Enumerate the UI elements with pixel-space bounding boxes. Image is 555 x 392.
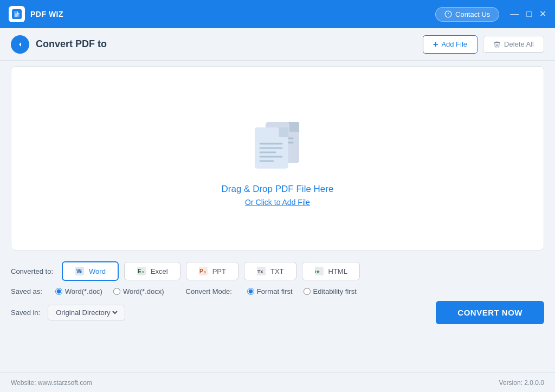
plus-icon: + [433, 40, 438, 49]
drop-zone[interactable]: Drag & Drop PDF File Here Or Click to Ad… [11, 66, 544, 250]
options-section: Converted to: Wx Word Ex Excel Pp PPT Tx… [0, 256, 555, 327]
saved-as-doc-label: Word(*.doc) [65, 287, 102, 295]
restore-button[interactable]: □ [526, 10, 532, 18]
format-html-label: HTML [328, 267, 347, 275]
footer-website: Website: www.starzsoft.com [11, 379, 92, 387]
svg-text:x: x [80, 270, 82, 274]
format-word-label: Word [89, 267, 106, 275]
convert-mode-format-option[interactable]: Format first [247, 287, 293, 295]
drag-drop-text: Drag & Drop PDF File Here [222, 184, 334, 195]
convert-now-button[interactable]: CONVERT NOW [436, 301, 544, 324]
delete-all-button[interactable]: Delete All [483, 36, 544, 53]
directory-select[interactable]: Original Directory Custom Directory [48, 305, 125, 320]
app-name: PDF WIZ [30, 10, 435, 18]
convert-mode-editability-option[interactable]: Editability first [304, 287, 357, 295]
contact-us-button[interactable]: Contact Us [435, 7, 499, 22]
saved-in-label: Saved in: [11, 309, 40, 317]
delete-all-label: Delete All [504, 40, 534, 48]
saved-as-row: Saved as: Word(*.doc) Word(*.docx) Conve… [11, 287, 544, 295]
add-file-label: Add File [441, 40, 467, 48]
close-button[interactable]: ✕ [539, 10, 546, 18]
format-word-button[interactable]: Wx Word [62, 261, 119, 281]
convert-mode-editability-label: Editability first [313, 287, 357, 295]
svg-text:Ht: Ht [315, 269, 320, 274]
svg-rect-2 [289, 122, 299, 132]
add-file-button[interactable]: + Add File [423, 35, 477, 54]
toolbar: Convert PDF to + Add File Delete All [0, 28, 555, 61]
saved-as-docx-radio[interactable] [113, 288, 120, 295]
converted-to-row: Converted to: Wx Word Ex Excel Pp PPT Tx… [11, 261, 544, 281]
convert-mode-editability-radio[interactable] [304, 288, 311, 295]
format-ppt-label: PPT [212, 267, 226, 275]
app-logo [9, 6, 25, 22]
footer: Website: www.starzsoft.com Version: 2.0.… [0, 372, 555, 392]
svg-text:x: x [142, 270, 144, 274]
converted-to-label: Converted to: [11, 267, 53, 275]
convert-mode-label: Convert Mode: [186, 287, 232, 295]
saved-as-doc-option[interactable]: Word(*.doc) [55, 287, 102, 295]
svg-rect-7 [279, 127, 288, 137]
convert-mode-format-label: Format first [257, 287, 293, 295]
directory-dropdown[interactable]: Original Directory Custom Directory [54, 308, 119, 317]
format-txt-label: TXT [270, 267, 284, 275]
format-ppt-button[interactable]: Pp PPT [186, 262, 238, 280]
svg-text:p: p [204, 270, 206, 274]
drop-zone-wrapper: Drag & Drop PDF File Here Or Click to Ad… [0, 61, 555, 256]
click-add-text[interactable]: Or Click to Add File [245, 198, 310, 207]
page-title: Convert PDF to [36, 38, 423, 50]
format-html-button[interactable]: Ht HTML [302, 262, 360, 280]
back-button[interactable] [11, 35, 29, 54]
contact-us-label: Contact Us [455, 10, 490, 18]
bottom-row: Saved in: Original Directory Custom Dire… [11, 301, 544, 324]
saved-as-docx-option[interactable]: Word(*.docx) [113, 287, 164, 295]
format-excel-label: Excel [151, 267, 168, 275]
saved-as-doc-radio[interactable] [55, 288, 62, 295]
drop-zone-icon [245, 110, 310, 172]
footer-version: Version: 2.0.0.0 [499, 379, 544, 387]
svg-text:P: P [199, 268, 203, 274]
format-txt-button[interactable]: Tx TXT [244, 262, 296, 280]
saved-as-docx-label: Word(*.docx) [123, 287, 164, 295]
titlebar: PDF WIZ Contact Us — □ ✕ [0, 0, 555, 28]
svg-text:E: E [138, 268, 141, 274]
minimize-button[interactable]: — [510, 10, 519, 18]
saved-as-label: Saved as: [11, 287, 42, 295]
window-controls: — □ ✕ [510, 10, 546, 18]
svg-text:Tx: Tx [257, 269, 263, 274]
convert-mode-format-radio[interactable] [247, 288, 254, 295]
format-excel-button[interactable]: Ex Excel [124, 262, 180, 280]
